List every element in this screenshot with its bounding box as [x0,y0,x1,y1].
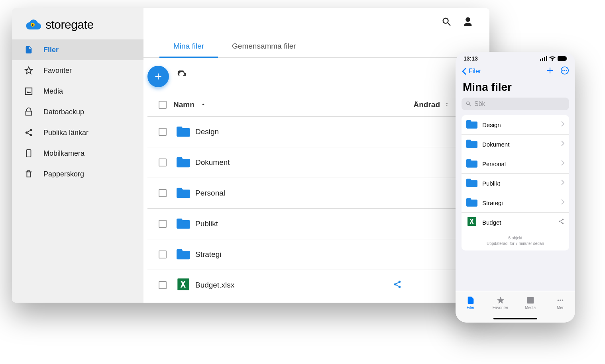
tab-label: Media [525,305,536,310]
tab-gemensamma-filer[interactable]: Gemensamma filer [218,36,310,58]
chevron-right-icon [561,180,564,187]
folder-icon [177,217,190,231]
image-icon [24,86,33,96]
file-row[interactable]: Design [147,116,485,147]
mobile-list-item[interactable]: Strategi [462,193,569,213]
sidebar-item-favoriter[interactable]: Favoriter [12,60,143,81]
folder-icon [466,178,477,189]
svg-rect-11 [542,58,543,61]
wifi-icon [549,56,556,61]
sort-ascending-icon [200,100,206,109]
sidebar-item-filer[interactable]: Filer [12,39,143,60]
mobile-list-item[interactable]: Publikt [462,174,569,193]
image-icon [526,296,535,305]
svg-point-19 [566,70,567,71]
file-row[interactable]: Publikt [147,208,485,239]
sidebar-item-media[interactable]: Media [12,81,143,102]
phone-icon [24,149,33,158]
list-header: Namn Ändrad [147,93,485,116]
cloud-logo-icon [24,19,41,31]
svg-rect-14 [558,56,566,61]
svg-point-9 [399,286,401,288]
toolbar [143,58,489,93]
file-name-label: Strategi [482,200,556,206]
file-name-label: Design [482,121,556,128]
mobile-app-window: 13:13 Filer Mina filer Sök Design [456,52,575,323]
share-icon [558,218,564,226]
file-row[interactable]: Strategi [147,239,485,270]
mobile-list-item[interactable]: Dokument [462,135,569,154]
more-icon[interactable] [560,66,569,76]
file-name-label: Publikt [482,180,556,187]
back-button[interactable]: Filer [462,67,481,75]
svg-rect-10 [540,59,541,61]
mobile-list-item[interactable]: Design [462,115,569,135]
refresh-button[interactable] [177,70,187,82]
sidebar-item-label: Datorbackup [43,108,84,116]
svg-point-4 [30,134,32,137]
folder-icon [177,155,190,170]
row-checkbox[interactable] [159,220,167,228]
tab-media[interactable]: Media [515,291,545,315]
search-field[interactable]: Sök [462,98,569,110]
select-all-checkbox[interactable] [159,101,167,109]
sidebar-item-papperskorg[interactable]: Papperskorg [12,164,143,184]
signal-icon [540,56,547,61]
sidebar-item-datorbackup[interactable]: Datorbackup [12,102,143,122]
svg-rect-5 [27,150,31,157]
mobile-nav-bar: Filer [456,65,575,79]
bottom-tab-bar: Filer Favoriter Media Mer [456,291,575,315]
sidebar-item-mobilkamera[interactable]: Mobilkamera [12,143,143,164]
search-icon[interactable] [441,16,452,27]
add-button[interactable] [147,66,169,87]
svg-point-8 [394,283,397,286]
svg-point-23 [562,223,564,224]
svg-point-22 [559,221,560,222]
file-row[interactable]: Budget.xlsx [147,270,485,300]
file-name-label: Dokument [482,141,556,148]
battery-icon [558,56,567,61]
chevron-right-icon [561,141,564,148]
column-header-modified[interactable]: Ändrad [414,100,450,109]
sidebar-item-label: Publika länkar [43,129,88,137]
top-bar [143,8,489,36]
profile-icon[interactable] [462,16,473,27]
folder-icon [466,197,477,208]
file-row[interactable]: Dokument [147,147,485,178]
sidebar-item-label: Favoriter [43,67,72,75]
svg-point-27 [562,299,563,301]
folder-icon [466,119,477,130]
row-checkbox[interactable] [159,281,167,289]
tabs: Mina filer Gemensamma filer [143,36,489,58]
add-icon[interactable] [546,66,554,76]
column-header-name[interactable]: Namn [173,100,206,109]
share-icon [393,280,402,290]
tab-favoriter[interactable]: Favoriter [485,291,515,315]
svg-rect-1 [32,24,33,26]
tab-mer[interactable]: Mer [545,291,575,315]
file-row[interactable]: Personal [147,178,485,208]
file-name-label: Personal [195,189,225,198]
sidebar-item-label: Papperskorg [43,170,84,178]
row-checkbox[interactable] [159,128,167,136]
row-checkbox[interactable] [159,189,167,197]
file-name-label: Design [195,127,219,136]
mobile-list-item[interactable]: Budget [462,213,569,232]
mobile-file-list: Design Dokument Personal Publikt Strateg… [462,115,569,250]
svg-point-25 [557,299,559,301]
folder-icon [177,247,190,262]
file-name-label: Budget [482,219,553,226]
row-checkbox[interactable] [159,159,167,166]
file-icon [24,45,33,55]
svg-point-18 [564,70,566,71]
list-meta: 6 objekt Uppdaterad: för 7 minuter sedan [462,232,569,250]
folder-icon [466,158,477,169]
sidebar-item-publika-lankar[interactable]: Publika länkar [12,122,143,143]
sidebar: storegate Filer Favoriter Media Datorbac… [12,8,143,303]
chevron-right-icon [561,160,564,167]
mobile-list-item[interactable]: Personal [462,154,569,174]
tab-filer[interactable]: Filer [456,291,485,315]
status-indicators [540,56,567,61]
tab-mina-filer[interactable]: Mina filer [159,36,218,58]
row-checkbox[interactable] [159,250,167,258]
